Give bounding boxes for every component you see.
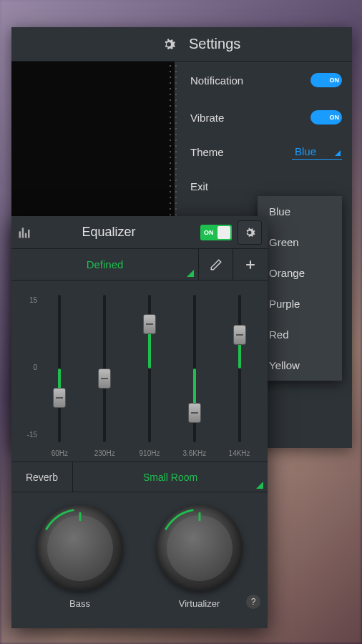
- dropdown-item[interactable]: Green: [258, 227, 342, 258]
- bass-knob-wrap: Bass: [37, 505, 123, 609]
- setting-label: Theme: [190, 146, 224, 158]
- scale-mid: 0: [17, 364, 37, 371]
- bass-knob[interactable]: [37, 505, 123, 591]
- setting-notification[interactable]: Notification: [190, 62, 342, 99]
- edit-preset-button[interactable]: [199, 249, 233, 280]
- band-slider[interactable]: 14KHz: [217, 291, 262, 457]
- add-preset-button[interactable]: [233, 249, 268, 280]
- setting-label: Notification: [190, 74, 243, 87]
- virtualizer-knob-wrap: Virtualizer: [157, 505, 243, 609]
- settings-title: Settings: [189, 36, 240, 52]
- band-freq: 3.6KHz: [182, 449, 206, 457]
- equalizer-sliders: 15 0 -15 60Hz 230Hz 910Hz 3.6KHz 14KHz: [11, 280, 268, 462]
- band-freq: 910Hz: [140, 449, 160, 457]
- reverb-select[interactable]: Small Room: [73, 462, 268, 492]
- toggle-on[interactable]: [310, 73, 342, 87]
- help-button[interactable]: ?: [246, 595, 260, 609]
- reverb-label: Reverb: [11, 462, 73, 492]
- equalizer-panel: Equalizer ON Defined 15 0 -15 60Hz 230Hz: [11, 216, 268, 628]
- band-slider[interactable]: 60Hz: [37, 291, 82, 457]
- scale-max: 15: [17, 296, 37, 304]
- svg-rect-1: [22, 228, 24, 238]
- theme-dropdown[interactable]: Blue Green Orange Purple Red Yellow: [258, 196, 342, 381]
- knob-indicator-icon: [79, 512, 81, 521]
- svg-rect-0: [19, 231, 21, 238]
- virtualizer-knob[interactable]: [157, 505, 243, 591]
- band-slider[interactable]: 910Hz: [127, 291, 172, 457]
- toggle-on[interactable]: [310, 110, 342, 125]
- svg-rect-3: [28, 229, 30, 238]
- knob-indicator-icon: [198, 512, 200, 521]
- knobs-section: Bass Virtualizer ?: [11, 492, 268, 619]
- equalizer-icon: [17, 225, 31, 240]
- bass-label: Bass: [69, 598, 90, 609]
- reverb-bar: Reverb Small Room: [11, 462, 268, 492]
- dropdown-item[interactable]: Purple: [258, 288, 342, 319]
- gear-icon: [160, 36, 177, 53]
- preset-bar: Defined: [11, 249, 268, 280]
- setting-label: Exit: [190, 180, 208, 192]
- band-slider[interactable]: 3.6KHz: [172, 291, 217, 457]
- scale-labels: 15 0 -15: [17, 291, 37, 457]
- band-freq: 14KHz: [229, 449, 250, 457]
- dropdown-item[interactable]: Yellow: [258, 350, 342, 381]
- scale-min: -15: [17, 431, 37, 439]
- setting-theme[interactable]: Theme Blue: [190, 136, 342, 167]
- band-slider[interactable]: 230Hz: [82, 291, 127, 457]
- band-freq: 230Hz: [94, 449, 115, 457]
- virtualizer-label: Virtualizer: [179, 598, 220, 609]
- equalizer-header: Equalizer ON: [11, 216, 268, 249]
- dropdown-item[interactable]: Red: [258, 319, 342, 350]
- equalizer-title: Equalizer: [37, 225, 195, 240]
- theme-select[interactable]: Blue: [292, 144, 342, 160]
- equalizer-settings-button[interactable]: [238, 220, 262, 245]
- setting-label: Vibrate: [190, 112, 224, 124]
- dropdown-item[interactable]: Orange: [258, 258, 342, 288]
- equalizer-power-toggle[interactable]: ON: [200, 225, 232, 240]
- band-freq: 60Hz: [52, 449, 68, 457]
- setting-vibrate[interactable]: Vibrate: [190, 99, 342, 136]
- dropdown-item[interactable]: Blue: [258, 196, 342, 227]
- preset-select[interactable]: Defined: [11, 249, 199, 280]
- svg-rect-2: [25, 233, 27, 238]
- settings-header: Settings: [11, 27, 352, 62]
